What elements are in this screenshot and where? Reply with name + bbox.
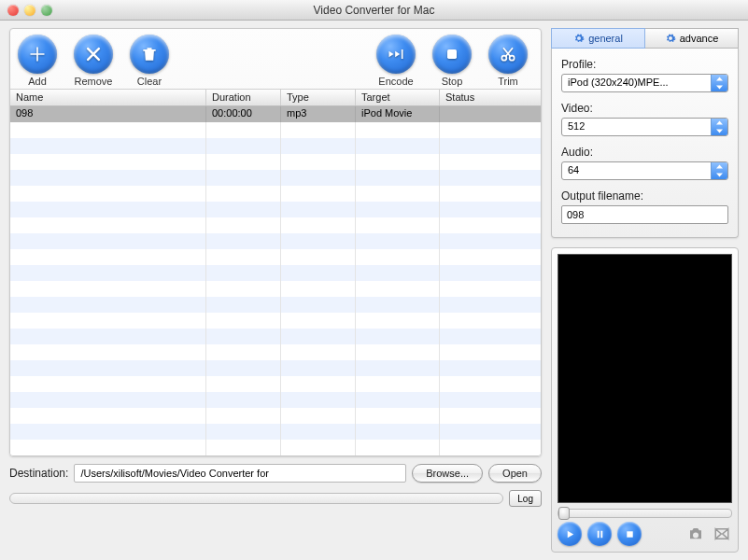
scrub-bar[interactable] <box>557 509 732 518</box>
right-pane: general advance Profile: iPod (320x240)M… <box>547 21 748 560</box>
preview-panel <box>551 247 739 553</box>
encode-button[interactable]: Encode <box>376 35 416 87</box>
play-icon <box>565 529 575 539</box>
table-row[interactable] <box>10 170 541 186</box>
table-row[interactable]: 09800:00:00mp3iPod Movie <box>10 106 541 122</box>
snapshot-icon[interactable] <box>685 525 706 542</box>
video-select[interactable]: 512 <box>561 118 728 136</box>
video-label: Video: <box>561 102 728 115</box>
table-row[interactable] <box>10 138 541 154</box>
table-row[interactable] <box>10 233 541 249</box>
log-button[interactable]: Log <box>509 490 542 507</box>
audio-value: 64 <box>562 162 711 179</box>
tab-advance-label: advance <box>680 33 719 44</box>
table-row[interactable] <box>10 408 541 424</box>
table-row[interactable] <box>10 313 541 329</box>
col-status[interactable]: Status <box>440 90 541 105</box>
table-row[interactable] <box>10 376 541 392</box>
col-type[interactable]: Type <box>281 90 356 105</box>
trim-button[interactable]: Trim <box>488 35 528 87</box>
encode-icon <box>376 35 416 74</box>
trim-label: Trim <box>498 76 518 87</box>
col-duration[interactable]: Duration <box>206 90 281 105</box>
audio-select[interactable]: 64 <box>561 161 728 180</box>
table-row[interactable] <box>10 186 541 202</box>
stepper-arrows-icon <box>711 162 727 179</box>
cell-name: 098 <box>10 106 206 122</box>
open-button[interactable]: Open <box>488 464 542 483</box>
table-row[interactable] <box>10 281 541 297</box>
add-button[interactable]: Add <box>18 35 57 87</box>
table-row[interactable] <box>10 329 541 344</box>
x-icon <box>74 35 113 74</box>
table-row[interactable] <box>10 217 541 233</box>
toolbar: Add Remove Clear <box>10 29 541 89</box>
table-row[interactable] <box>10 202 541 217</box>
profile-label: Profile: <box>561 58 728 71</box>
cell-duration: 00:00:00 <box>206 106 281 122</box>
settings-panel: Profile: iPod (320x240)MPE... Video: 512 <box>551 49 739 238</box>
profile-select[interactable]: iPod (320x240)MPE... <box>561 74 728 92</box>
main-card: Add Remove Clear <box>9 28 542 456</box>
table-row[interactable] <box>10 265 541 281</box>
fullscreen-icon[interactable] <box>712 525 732 542</box>
stepper-arrows-icon <box>711 75 727 91</box>
table-row[interactable] <box>10 122 541 138</box>
plus-icon <box>18 35 57 74</box>
stepper-arrows-icon <box>711 119 727 135</box>
profile-value: iPod (320x240)MPE... <box>562 75 711 91</box>
titlebar: Video Converter for Mac <box>0 0 748 21</box>
tab-general-label: general <box>588 33 623 44</box>
svg-rect-3 <box>627 531 632 537</box>
table-body[interactable]: 09800:00:00mp3iPod Movie <box>10 106 541 455</box>
progress-bar <box>9 493 503 504</box>
destination-input[interactable] <box>74 464 406 483</box>
table-row[interactable] <box>10 344 541 360</box>
window-title: Video Converter for Mac <box>0 4 748 17</box>
output-filename-input[interactable] <box>561 205 728 224</box>
col-name[interactable]: Name <box>10 90 206 105</box>
pause-icon <box>595 529 605 539</box>
preview-controls <box>557 522 732 546</box>
left-pane: Add Remove Clear <box>0 21 547 560</box>
settings-tabs: general advance <box>551 28 739 49</box>
output-filename-label: Output filename: <box>561 189 728 203</box>
stop-label: Stop <box>442 76 463 87</box>
table-row[interactable] <box>10 297 541 313</box>
pause-button[interactable] <box>587 522 612 546</box>
table-row[interactable] <box>10 440 541 455</box>
stop-icon <box>625 529 635 539</box>
audio-label: Audio: <box>561 146 728 159</box>
clear-button[interactable]: Clear <box>130 35 169 87</box>
stop-icon <box>432 35 472 74</box>
video-value: 512 <box>562 119 711 135</box>
cell-target: iPod Movie <box>356 106 440 122</box>
preview-stop-button[interactable] <box>617 522 642 546</box>
col-target[interactable]: Target <box>356 90 440 105</box>
table-row[interactable] <box>10 360 541 376</box>
scissors-icon <box>488 35 528 74</box>
destination-label: Destination: <box>9 467 68 480</box>
cell-status <box>440 106 541 122</box>
file-table: Name Duration Type Target Status 09800:0… <box>10 89 541 455</box>
table-row[interactable] <box>10 392 541 408</box>
browse-button[interactable]: Browse... <box>412 464 483 483</box>
play-button[interactable] <box>557 522 582 546</box>
scrub-thumb[interactable] <box>558 507 570 520</box>
clear-label: Clear <box>137 76 162 87</box>
table-header: Name Duration Type Target Status <box>10 89 541 106</box>
tab-general[interactable]: general <box>551 28 645 49</box>
add-label: Add <box>28 76 47 87</box>
stop-button[interactable]: Stop <box>432 35 472 87</box>
cell-type: mp3 <box>281 106 356 122</box>
gear-icon <box>665 33 676 44</box>
remove-label: Remove <box>75 76 113 87</box>
table-row[interactable] <box>10 249 541 265</box>
table-row[interactable] <box>10 424 541 440</box>
tab-advance[interactable]: advance <box>645 28 739 49</box>
gear-icon <box>573 33 585 44</box>
trash-icon <box>130 35 169 74</box>
window-body: Add Remove Clear <box>0 21 748 560</box>
remove-button[interactable]: Remove <box>74 35 113 87</box>
table-row[interactable] <box>10 154 541 170</box>
